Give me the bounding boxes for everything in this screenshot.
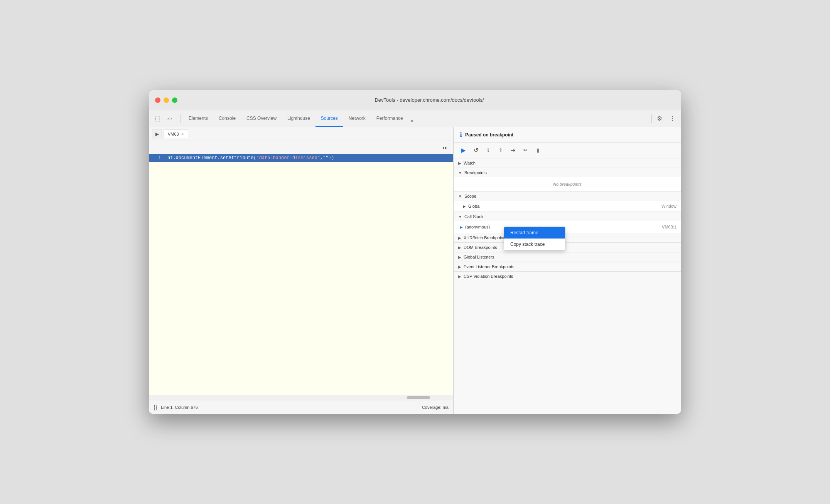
toolbar-right: ⚙ ⋮: [654, 113, 678, 124]
vm63-tab-label: VM63: [168, 132, 179, 136]
event-listener-breakpoints-label: Event Listener Breakpoints: [464, 264, 514, 269]
global-scope-value: Window: [661, 204, 676, 208]
restart-frame-menu-item[interactable]: Restart frame: [504, 227, 565, 239]
paused-banner: ℹ Paused on breakpoint: [454, 127, 681, 143]
call-stack-arrow-icon: ▼: [458, 215, 462, 219]
tab-console[interactable]: Console: [213, 110, 241, 127]
dom-breakpoints-label: DOM Breakpoints: [464, 245, 497, 250]
debug-controls: ▶ ↺ ⇓ ⇑ ⇥ ✂ ⏸: [454, 143, 681, 158]
call-stack-anonymous-item[interactable]: ▶ (anonymous) VM63:1: [454, 223, 681, 231]
line-number-1: 1: [149, 154, 164, 162]
code-line-1: 1 nt.documentElement.setAttribute("data-…: [149, 154, 453, 162]
tab-css-overview[interactable]: CSS Overview: [241, 110, 282, 127]
global-scope-item[interactable]: ▶ Global Window: [454, 202, 681, 210]
title-bar: DevTools - developer.chrome.com/docs/dev…: [149, 90, 681, 110]
dom-arrow-icon: ▶: [458, 245, 461, 250]
call-stack-section: ▼ Call Stack ▶ (anonymous) VM63:1: [454, 212, 681, 233]
device-toolbar-icon[interactable]: ▱: [164, 113, 175, 124]
toolbar-icons-group: ⬚ ▱: [152, 113, 175, 124]
csp-violation-breakpoints-section: ▶ CSP Violation Breakpoints: [454, 272, 681, 281]
watch-section-label: Watch: [464, 161, 476, 165]
devtools-body: ⬚ ▱ Elements Console CSS Overview Lighth…: [149, 110, 681, 414]
call-stack-content: ▶ (anonymous) VM63:1 Restart frame Copy …: [454, 221, 681, 233]
dom-breakpoints-section: ▶ DOM Breakpoints: [454, 243, 681, 252]
call-stack-active-icon: ▶: [460, 225, 463, 229]
tab-elements[interactable]: Elements: [183, 110, 213, 127]
toolbar-separator-2: [651, 114, 652, 123]
traffic-lights: [155, 97, 177, 103]
xhr-arrow-icon: ▶: [458, 236, 461, 240]
call-stack-anonymous-location: VM63:1: [662, 225, 676, 229]
xhr-breakpoints-section: ▶ XHR/fetch Breakpoints: [454, 233, 681, 243]
call-stack-section-label: Call Stack: [464, 214, 484, 219]
search-code-icon[interactable]: ⏭: [440, 143, 450, 153]
csp-violation-breakpoints-label: CSP Violation Breakpoints: [464, 274, 513, 279]
breakpoints-section-header[interactable]: ▼ Breakpoints: [454, 168, 681, 177]
tab-lighthouse[interactable]: Lighthouse: [282, 110, 315, 127]
inspect-element-icon[interactable]: ⬚: [152, 113, 163, 124]
watch-section-header[interactable]: ▶ Watch: [454, 158, 681, 168]
global-listeners-arrow-icon: ▶: [458, 255, 461, 259]
horizontal-scrollbar[interactable]: [149, 395, 453, 400]
tab-sources[interactable]: Sources: [315, 110, 343, 127]
settings-icon[interactable]: ⚙: [654, 113, 665, 124]
debugger-panel: ℹ Paused on breakpoint ▶ ↺ ⇓ ⇑ ⇥ ✂ ⏸ ▶: [454, 127, 681, 414]
resume-button[interactable]: ▶: [458, 145, 469, 156]
step-over-button[interactable]: ↺: [471, 145, 481, 156]
breakpoints-arrow-icon: ▼: [458, 171, 462, 175]
devtools-window: DevTools - developer.chrome.com/docs/dev…: [149, 90, 681, 414]
info-icon: ℹ: [460, 131, 462, 138]
step-button[interactable]: ⇥: [508, 145, 518, 156]
global-scope-label: Global: [468, 204, 481, 208]
more-options-icon[interactable]: ⋮: [667, 113, 678, 124]
sources-panel: ▶ VM63 × ⏭ 1 nt.documentElement.setAtt: [149, 127, 454, 414]
event-listener-arrow-icon: ▶: [458, 265, 461, 269]
tab-bar: Elements Console CSS Overview Lighthouse…: [183, 110, 649, 127]
minimize-button[interactable]: [164, 97, 169, 103]
xhr-breakpoints-header[interactable]: ▶ XHR/fetch Breakpoints: [454, 233, 681, 242]
tab-performance[interactable]: Performance: [371, 110, 408, 127]
global-scope-arrow-icon: ▶: [463, 204, 466, 208]
event-listener-breakpoints-header[interactable]: ▶ Event Listener Breakpoints: [454, 262, 681, 271]
watch-arrow-icon: ▶: [458, 161, 461, 165]
scope-section: ▼ Scope ▶ Global Window: [454, 192, 681, 212]
vm63-close-icon[interactable]: ×: [181, 131, 184, 137]
breakpoints-section: ▼ Breakpoints No breakpoints: [454, 168, 681, 192]
maximize-button[interactable]: [172, 97, 177, 103]
close-button[interactable]: [155, 97, 160, 103]
tab-network[interactable]: Network: [343, 110, 371, 127]
tab-overflow[interactable]: »: [408, 114, 416, 127]
breakpoints-section-label: Breakpoints: [464, 170, 487, 175]
scope-section-header[interactable]: ▼ Scope: [454, 192, 681, 201]
global-listeners-label: Global Listeners: [464, 255, 494, 259]
code-editor[interactable]: 1 nt.documentElement.setAttribute("data-…: [149, 154, 453, 395]
coverage-status: Coverage: n/a: [422, 405, 449, 410]
watch-section: ▶ Watch: [454, 158, 681, 168]
step-out-button[interactable]: ⇑: [495, 145, 506, 156]
csp-violation-breakpoints-header[interactable]: ▶ CSP Violation Breakpoints: [454, 272, 681, 281]
call-stack-anonymous-label: (anonymous): [465, 225, 490, 229]
breakpoints-content: No breakpoints: [454, 177, 681, 191]
scrollbar-thumb[interactable]: [407, 396, 430, 399]
scope-arrow-icon: ▼: [458, 194, 462, 198]
play-source-icon[interactable]: ▶: [152, 129, 162, 139]
pause-on-exception-button[interactable]: ⏸: [532, 145, 543, 156]
global-listeners-header[interactable]: ▶ Global Listeners: [454, 252, 681, 262]
xhr-breakpoints-label: XHR/fetch Breakpoints: [464, 235, 506, 240]
sources-toolbar: ⏭: [149, 141, 453, 154]
deactivate-breakpoints-button[interactable]: ✂: [520, 145, 531, 156]
call-stack-item-wrap: ▶ (anonymous) VM63:1 Restart frame Copy …: [454, 223, 681, 231]
call-stack-section-header[interactable]: ▼ Call Stack: [454, 212, 681, 221]
window-title: DevTools - developer.chrome.com/docs/dev…: [184, 97, 675, 103]
global-listeners-section: ▶ Global Listeners: [454, 252, 681, 262]
paused-label: Paused on breakpoint: [465, 132, 513, 138]
dom-breakpoints-header[interactable]: ▶ DOM Breakpoints: [454, 243, 681, 252]
line-content-1: nt.documentElement.setAttribute("data-ba…: [164, 154, 453, 162]
sources-status-bar: {} Line 1, Column 676 Coverage: n/a: [149, 400, 453, 414]
devtools-main: ▶ VM63 × ⏭ 1 nt.documentElement.setAtt: [149, 127, 681, 414]
csp-arrow-icon: ▶: [458, 274, 461, 279]
vm63-tab[interactable]: VM63 ×: [164, 129, 188, 138]
copy-stack-trace-menu-item[interactable]: Copy stack trace: [504, 239, 565, 250]
pretty-print-icon[interactable]: {}: [154, 404, 157, 410]
step-into-button[interactable]: ⇓: [483, 145, 494, 156]
